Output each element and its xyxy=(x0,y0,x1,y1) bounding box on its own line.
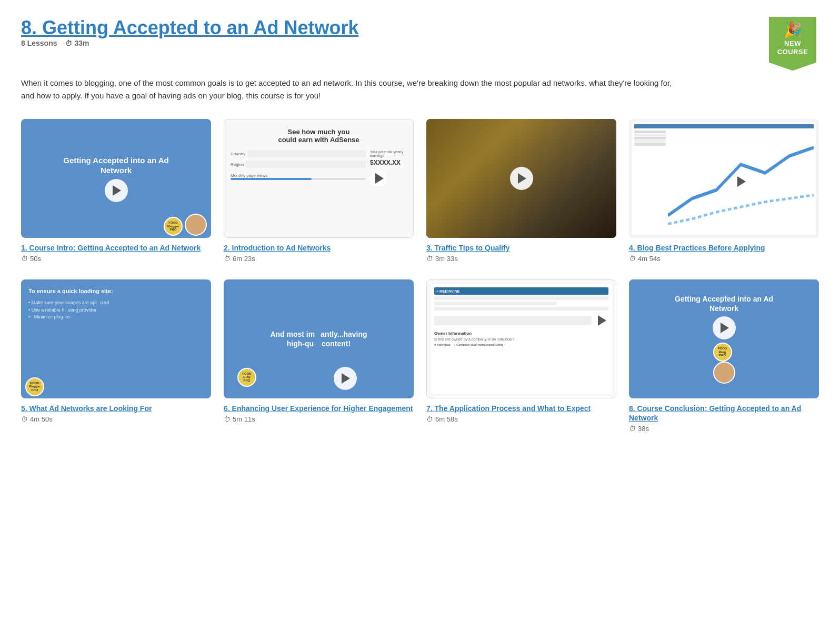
lesson-duration-7: ⏱ 6m 58s xyxy=(426,415,616,423)
lessons-row-2: To ensure a quick loading site: • Make s… xyxy=(21,279,819,433)
avatar-1 xyxy=(185,214,207,236)
lesson-title-3[interactable]: 3. Traffic Tips to Qualify xyxy=(426,243,616,253)
thumb-left-2: Country Region Monthly page views xyxy=(231,150,366,181)
clock-icon: ⏱ xyxy=(65,39,72,47)
lessons-count: 8 Lessons xyxy=(21,39,57,47)
play-button-4[interactable] xyxy=(732,173,750,191)
fbp-logo-5: FOODBloggerPRO xyxy=(25,377,44,396)
course-title[interactable]: 8. Getting Accepted to an Ad Network xyxy=(21,17,358,39)
course-duration: ⏱ 33m xyxy=(65,39,89,47)
lesson-thumbnail-1[interactable]: Getting Accepted into an AdNetwork FOODB… xyxy=(21,119,211,238)
avatar-8 xyxy=(713,362,735,384)
lesson-card-3: 3. Traffic Tips to Qualify ⏱ 3m 33s xyxy=(426,119,616,263)
thumb-list-5: • Make sure your images are opt▶ized • U… xyxy=(28,299,109,321)
lesson-duration-4: ⏱ 4m 54s xyxy=(629,255,819,263)
lesson-card-4: 4. Blog Best Practices Before Applying ⏱… xyxy=(629,119,819,263)
lesson-card-6: And most im▶antly...havinghigh-qu▶ conte… xyxy=(224,279,414,433)
play-button-7[interactable] xyxy=(594,313,608,328)
thumb-field-country: Country xyxy=(231,150,366,157)
clock-icon-8: ⏱ xyxy=(629,425,636,433)
lesson-duration-8: ⏱ 38s xyxy=(629,425,819,433)
thumb-analytics-4 xyxy=(632,122,816,235)
new-course-badge: 🎉 NEW COURSE xyxy=(766,17,819,71)
play-button-6[interactable] xyxy=(334,367,357,390)
lesson-thumbnail-6[interactable]: And most im▶antly...havinghigh-qu▶ conte… xyxy=(224,279,414,398)
owner-info-label: Owner Information xyxy=(434,331,608,336)
course-header: 8. Getting Accepted to an Ad Network 8 L… xyxy=(21,17,819,71)
play-area-4 xyxy=(668,131,814,233)
lesson-thumbnail-8[interactable]: Getting Accepted into an AdNetwork FOODB… xyxy=(629,279,819,398)
lesson-card-5: To ensure a quick loading site: • Make s… xyxy=(21,279,211,433)
avatar-area-8: FOODBlogPRO xyxy=(713,343,735,384)
lesson-thumbnail-5[interactable]: To ensure a quick loading site: • Make s… xyxy=(21,279,211,398)
lesson-duration-3: ⏱ 3m 33s xyxy=(426,255,616,263)
badge-emoji-icon: 🎉 xyxy=(784,21,802,38)
lesson-title-5[interactable]: 5. What Ad Networks are Looking For xyxy=(21,404,211,413)
clock-icon-1: ⏱ xyxy=(21,255,28,263)
lesson-card-8: Getting Accepted into an AdNetwork FOODB… xyxy=(629,279,819,433)
lesson-duration-1: ⏱ 50s xyxy=(21,255,211,263)
thumb-row-2: Country Region Monthly page views Your p… xyxy=(231,150,407,187)
play-button-3[interactable] xyxy=(510,167,533,190)
lesson-title-1[interactable]: 1. Course Intro: Getting Accepted to an … xyxy=(21,243,211,253)
clock-icon-2: ⏱ xyxy=(224,255,231,263)
course-meta: 8 Lessons ⏱ 33m xyxy=(21,39,358,47)
course-description: When it comes to blogging, one of the mo… xyxy=(21,77,684,102)
play-button-2[interactable] xyxy=(370,170,387,187)
lessons-row-1: Getting Accepted into an AdNetwork FOODB… xyxy=(21,119,819,263)
clock-icon-6: ⏱ xyxy=(224,415,231,423)
thumb-mediavine-7: ≡ MEDIAVINE Owner Information Is this si… xyxy=(431,284,612,394)
logo-area-6: FOODBlogPRO xyxy=(229,359,265,395)
thumb-title-2: See how much youcould earn with AdSense xyxy=(278,128,359,144)
thumb-field-region: Region xyxy=(231,161,366,168)
lesson-duration-6: ⏱ 5m 11s xyxy=(224,415,414,423)
lesson-title-7[interactable]: 7. The Application Process and What to E… xyxy=(426,404,616,413)
lesson-thumbnail-2[interactable]: See how much youcould earn with AdSense … xyxy=(224,119,414,238)
fbp-logo-8: FOODBlogPRO xyxy=(713,343,732,362)
lesson-title-4[interactable]: 4. Blog Best Practices Before Applying xyxy=(629,243,819,253)
lesson-thumbnail-4[interactable] xyxy=(629,119,819,238)
avatar-area-1: FOODBloggerPRO xyxy=(164,214,207,236)
course-title-area: 8. Getting Accepted to an Ad Network 8 L… xyxy=(21,17,358,58)
lesson-title-2[interactable]: 2. Introduction to Ad Networks xyxy=(224,243,414,253)
thumb-right-2: Your potential yearlyearnings $XXXX.XX xyxy=(370,150,407,187)
clock-icon-3: ⏱ xyxy=(426,255,433,263)
clock-icon-5: ⏱ xyxy=(21,415,28,423)
badge-text: NEW COURSE xyxy=(777,39,808,56)
lesson-title-6[interactable]: 6. Enhancing User Experience for Higher … xyxy=(224,404,414,413)
thumb-text-6: And most im▶antly...havinghigh-qu▶ conte… xyxy=(270,329,367,348)
thumb-list-title-5: To ensure a quick loading site: xyxy=(28,288,113,294)
play-button-8[interactable] xyxy=(713,316,736,339)
thumb-text-1: Getting Accepted into an AdNetwork xyxy=(57,155,175,176)
lesson-thumbnail-7[interactable]: ≡ MEDIAVINE Owner Information Is this si… xyxy=(426,279,616,398)
fbp-logo-1: FOODBloggerPRO xyxy=(164,217,183,236)
lesson-duration-5: ⏱ 4m 50s xyxy=(21,415,211,423)
lesson-title-8[interactable]: 8. Course Conclusion: Getting Accepted t… xyxy=(629,404,819,423)
avatar-area-5: FOODBloggerPRO xyxy=(25,377,44,396)
play-button-1[interactable] xyxy=(105,179,128,202)
fbp-logo-6: FOODBlogPRO xyxy=(237,368,256,387)
lesson-thumbnail-3[interactable] xyxy=(426,119,616,238)
clock-icon-7: ⏱ xyxy=(426,415,433,423)
thumb-text-8: Getting Accepted into an AdNetwork xyxy=(668,294,779,313)
lesson-card-1: Getting Accepted into an AdNetwork FOODB… xyxy=(21,119,211,263)
badge-shape: 🎉 NEW COURSE xyxy=(769,17,816,71)
clock-icon-4: ⏱ xyxy=(629,255,636,263)
lesson-card-7: ≡ MEDIAVINE Owner Information Is this si… xyxy=(426,279,616,433)
lesson-card-2: See how much youcould earn with AdSense … xyxy=(224,119,414,263)
lesson-duration-2: ⏱ 6m 23s xyxy=(224,255,414,263)
thumb-bar: Monthly page views xyxy=(231,173,366,181)
